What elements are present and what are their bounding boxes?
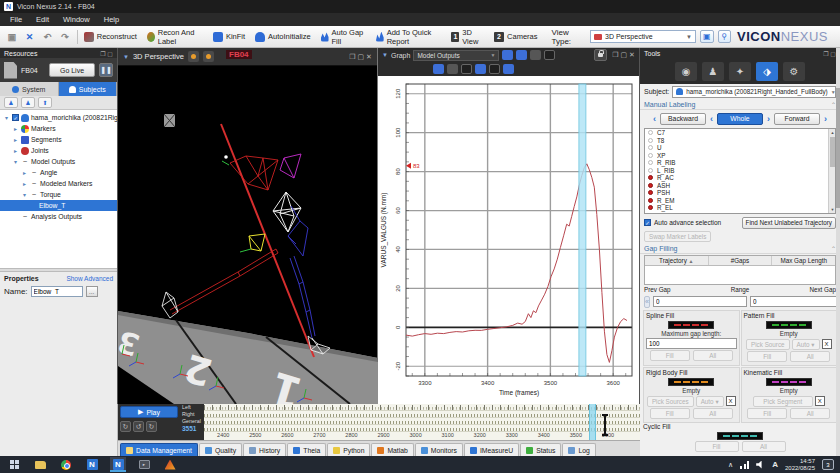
zoom-graph-icon[interactable]: [489, 64, 500, 74]
graph-source-select[interactable]: Model Outputs ▼: [413, 50, 499, 61]
gap-table-header-gaps[interactable]: #Gaps: [709, 256, 773, 265]
start-button[interactable]: [6, 457, 22, 472]
marker-list[interactable]: C7T8UXPR_RIBL_RIBR_ACASHPSHR_EMR_ELR_US …: [644, 128, 836, 214]
capture-icon[interactable]: [544, 50, 555, 60]
zoom-mode-icon[interactable]: [203, 51, 214, 62]
toolbar-button-kinfit[interactable]: KinFit: [213, 32, 245, 42]
forward-button[interactable]: Forward: [774, 113, 820, 125]
marker-item-r-rib[interactable]: R_RIB: [645, 159, 835, 167]
network-icon[interactable]: [740, 461, 749, 469]
settings-gear-icon[interactable]: ⚙: [783, 62, 805, 81]
toolbar-button-autoinitialize[interactable]: AutoInitialize: [255, 32, 311, 42]
name-more-button[interactable]: ...: [86, 286, 98, 297]
expander-closed-icon[interactable]: ▸: [12, 125, 19, 132]
pipeline-icon[interactable]: ◉: [675, 62, 697, 81]
subject-select[interactable]: hama_morichika (200821Right_Handed_FullB…: [672, 86, 836, 98]
chrome-icon[interactable]: [58, 457, 74, 472]
once-icon[interactable]: ↻: [146, 421, 157, 432]
loop-icon[interactable]: ↻: [120, 421, 131, 432]
prev-gap-button[interactable]: «: [644, 296, 650, 308]
tree-item-hama-morichika-200821right-ha[interactable]: ▾✓hama_morichika (200821Right_Ha...: [0, 112, 117, 123]
tab-quality[interactable]: Quality: [199, 443, 242, 456]
timeline-ruler[interactable]: 2300240025002600270028002900300031003200…: [204, 404, 640, 440]
resources-tab-system[interactable]: System: [0, 82, 59, 96]
save-icon[interactable]: ▣: [6, 30, 18, 43]
spline-fill-button[interactable]: Fill: [650, 350, 690, 361]
marker-item-l-rib[interactable]: L_RIB: [645, 167, 835, 175]
tools-scrollbar[interactable]: [836, 48, 840, 456]
gap-table-header-maxlen[interactable]: Max Gap Length: [772, 256, 835, 265]
range-end-input[interactable]: [750, 296, 840, 307]
kinematic-all-button[interactable]: All: [790, 408, 830, 419]
marker-item-r-em[interactable]: R_EM: [645, 197, 835, 205]
range-end-handle[interactable]: [604, 414, 606, 436]
rigid-all-button[interactable]: All: [693, 408, 733, 419]
rigid-clear-button[interactable]: X: [726, 396, 736, 406]
gap-filling-section-header[interactable]: Gap Filling ⌃: [640, 243, 840, 254]
tree-item-elbow-t[interactable]: Elbow_T: [0, 200, 117, 211]
tab-python[interactable]: Python: [327, 443, 370, 456]
toolbar-button-3d-view[interactable]: 13D View: [451, 28, 484, 46]
subject-prep-icon[interactable]: ♟: [702, 62, 724, 81]
tree-item-analysis-outputs[interactable]: ~Analysis Outputs: [0, 211, 117, 222]
speaker-icon[interactable]: [756, 461, 765, 469]
nexus-app-icon[interactable]: N: [84, 457, 100, 472]
tab-theia[interactable]: Theia: [287, 443, 326, 456]
manual-labeling-section-header[interactable]: Manual Labeling ⌃: [640, 99, 840, 110]
toolbar-button-recon-and-label[interactable]: Recon And Label: [147, 28, 203, 46]
find-next-unlabeled-button[interactable]: Find Next Unlabeled Trajectory: [742, 217, 836, 229]
tree-item-modeled-markers[interactable]: ▸~Modeled Markers: [0, 178, 117, 189]
toolbar-button-add-to-quick-report[interactable]: Add To Quick Report: [376, 28, 442, 46]
nexus-app-icon-active[interactable]: N: [110, 457, 126, 472]
panel-window-icons[interactable]: ❐ ▢ ✕: [612, 51, 635, 59]
pick-sources-button[interactable]: Pick Sources: [647, 396, 694, 407]
chevron-down-icon[interactable]: ▼: [382, 52, 388, 58]
gap-table-header-trajectory[interactable]: Trajectory ▲: [645, 256, 709, 265]
pin-view-button[interactable]: ⚲: [718, 30, 732, 43]
rigid-auto-dropdown[interactable]: Auto ▾: [696, 396, 724, 407]
close-trial-icon[interactable]: ✕: [24, 30, 36, 43]
menu-file[interactable]: File: [10, 15, 22, 24]
tab-log[interactable]: Log: [562, 443, 595, 456]
add-subject-icon[interactable]: ♟: [4, 97, 18, 108]
file-explorer-icon[interactable]: [32, 457, 48, 472]
subject-capture-icon[interactable]: ♟: [21, 97, 35, 108]
toolbar-button-reconstruct[interactable]: Reconstruct: [84, 32, 137, 42]
show-advanced-link[interactable]: Show Advanced: [66, 275, 113, 282]
matlab-app-icon[interactable]: [162, 457, 178, 472]
tree-item-model-outputs[interactable]: ▾~Model Outputs: [0, 156, 117, 167]
expander-open-icon[interactable]: ▾: [12, 158, 19, 165]
tab-imeasureu[interactable]: IMeasureU: [464, 443, 519, 456]
tab-data-management[interactable]: Data Management: [120, 443, 198, 456]
menu-edit[interactable]: Edit: [36, 15, 49, 24]
z-component-icon[interactable]: [461, 64, 472, 74]
traces-icon[interactable]: [516, 50, 527, 60]
expander-closed-icon[interactable]: ▸: [12, 147, 19, 154]
tab-matlab[interactable]: Matlab: [371, 443, 413, 456]
tab-monitors[interactable]: Monitors: [415, 443, 463, 456]
save-view-button[interactable]: ▣: [700, 30, 714, 43]
backward-button[interactable]: Backward: [660, 113, 706, 125]
undo-icon[interactable]: ↶: [41, 30, 53, 43]
play-button[interactable]: ▶ Play: [120, 406, 178, 418]
tab-history[interactable]: History: [243, 443, 286, 456]
pan-graph-icon[interactable]: [503, 64, 514, 74]
cyclic-fill-button[interactable]: Fill: [695, 441, 739, 452]
menu-window[interactable]: Window: [63, 15, 90, 24]
tools-header-icons[interactable]: ❐ ▢: [823, 50, 836, 57]
calibrate-icon[interactable]: ✦: [729, 62, 751, 81]
marker-item-r-el[interactable]: R_EL: [645, 204, 835, 212]
label-edit-icon[interactable]: ⬗: [756, 62, 778, 81]
marker-list-scrollbar[interactable]: ▲▼: [828, 129, 835, 213]
pattern-auto-dropdown[interactable]: Auto ▾: [792, 339, 820, 350]
pattern-fill-button[interactable]: Fill: [747, 351, 787, 362]
rigid-fill-button[interactable]: Fill: [650, 408, 690, 419]
components-icon[interactable]: [502, 50, 513, 60]
gap-table[interactable]: Trajectory ▲ #Gaps Max Gap Length: [644, 255, 836, 285]
x-component-icon[interactable]: [433, 64, 444, 74]
expander-open-icon[interactable]: ▾: [21, 191, 28, 198]
orbit-mode-icon[interactable]: [188, 51, 199, 62]
expander-open-icon[interactable]: ▾: [3, 114, 10, 121]
marker-item-r-ac[interactable]: R_AC: [645, 174, 835, 182]
tree-item-torque[interactable]: ▾~Torque: [0, 189, 117, 200]
